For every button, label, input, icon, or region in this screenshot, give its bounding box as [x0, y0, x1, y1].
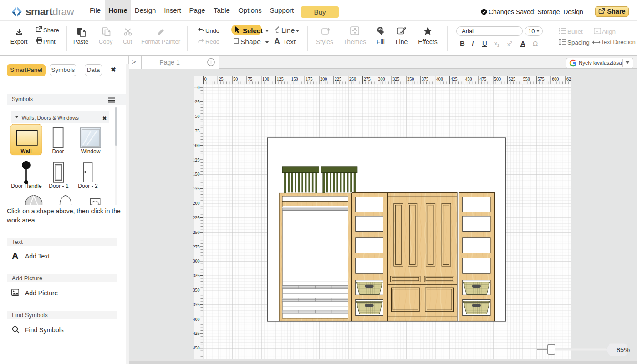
- svg-text:75: 75: [248, 76, 252, 81]
- svg-text:85%: 85%: [617, 346, 630, 354]
- svg-text:175: 175: [306, 76, 312, 81]
- svg-text:Walls, Doors & Windows: Walls, Doors & Windows: [22, 115, 79, 121]
- svg-text:200: 200: [320, 76, 327, 81]
- svg-text:425: 425: [193, 331, 200, 336]
- svg-text:200: 200: [193, 201, 200, 206]
- svg-text:450: 450: [465, 76, 472, 81]
- svg-text:325: 325: [392, 76, 399, 81]
- svg-text:225: 225: [193, 215, 200, 220]
- svg-text:✖: ✖: [102, 116, 107, 121]
- svg-text:Door - 1: Door - 1: [49, 183, 69, 189]
- svg-text:250: 250: [349, 76, 356, 81]
- svg-text:Wall: Wall: [20, 148, 31, 154]
- svg-text:50: 50: [195, 114, 200, 119]
- svg-text:350: 350: [407, 76, 414, 81]
- svg-text:375: 375: [422, 76, 428, 81]
- svg-text:300: 300: [193, 258, 200, 263]
- svg-text:125: 125: [277, 76, 284, 81]
- svg-text:100: 100: [262, 76, 269, 81]
- svg-text:150: 150: [291, 76, 298, 81]
- svg-text:525: 525: [509, 76, 515, 81]
- svg-text:0: 0: [204, 76, 207, 81]
- svg-text:25: 25: [219, 76, 224, 81]
- svg-text:0: 0: [198, 85, 200, 90]
- svg-text:75: 75: [195, 128, 200, 133]
- svg-text:275: 275: [193, 244, 200, 249]
- svg-text:300: 300: [378, 76, 385, 81]
- svg-text:150: 150: [193, 172, 200, 177]
- svg-text:50: 50: [233, 76, 238, 81]
- svg-text:400: 400: [193, 317, 200, 322]
- svg-text:Door Handle: Door Handle: [11, 183, 42, 189]
- svg-text:625: 625: [566, 76, 573, 81]
- svg-text:125: 125: [193, 157, 200, 162]
- svg-text:375: 375: [193, 302, 200, 307]
- svg-text:575: 575: [538, 76, 545, 81]
- svg-text:275: 275: [364, 76, 371, 81]
- svg-text:600: 600: [552, 76, 559, 81]
- svg-text:550: 550: [523, 76, 530, 81]
- svg-text:425: 425: [451, 76, 458, 81]
- svg-text:475: 475: [479, 76, 486, 81]
- svg-text:25: 25: [195, 99, 200, 104]
- svg-text:450: 450: [193, 345, 200, 350]
- svg-text:Window: Window: [81, 148, 101, 155]
- svg-text:Door: Door: [52, 148, 64, 155]
- svg-text:400: 400: [436, 76, 443, 81]
- svg-text:500: 500: [494, 76, 501, 81]
- svg-text:250: 250: [193, 230, 200, 235]
- svg-text:Door - 2: Door - 2: [78, 183, 98, 189]
- svg-text:100: 100: [193, 143, 200, 148]
- svg-text:225: 225: [335, 76, 341, 81]
- svg-text:350: 350: [193, 288, 200, 293]
- svg-text:325: 325: [193, 273, 200, 278]
- svg-text:175: 175: [193, 186, 200, 191]
